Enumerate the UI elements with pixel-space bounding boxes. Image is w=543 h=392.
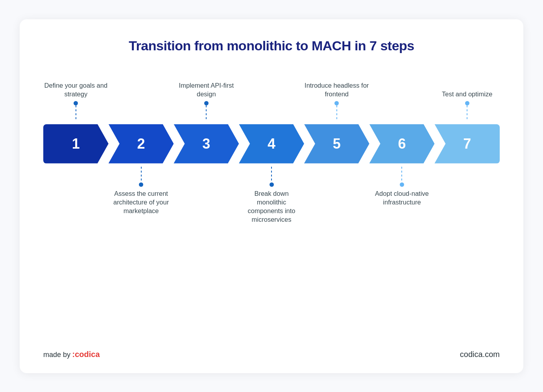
- step-1-connector-up: [74, 101, 78, 121]
- page-title: Transition from monolithic to MACH in 7 …: [129, 38, 414, 53]
- footer: made by :codica codica.com: [43, 346, 500, 359]
- step-5-number: 5: [333, 136, 341, 152]
- top-label-4-empty: [239, 73, 304, 124]
- step-3-number: 3: [202, 136, 210, 152]
- domain-text: codica.com: [460, 350, 500, 359]
- main-card: Transition from monolithic to MACH in 7 …: [20, 19, 523, 373]
- step-4-connector-down: [270, 167, 274, 187]
- step-2-line-bottom: [141, 167, 142, 182]
- arrow-step-7: 7: [434, 124, 500, 164]
- step-6-label: Adopt cloud-native infrastructure: [369, 189, 435, 207]
- step-5-line-top: [336, 105, 337, 121]
- bottom-labels-row: Assess the current architecture of your …: [43, 164, 500, 234]
- step-3-connector-up: [204, 101, 209, 121]
- bottom-label-4: Break down monolithic components into mi…: [239, 164, 304, 234]
- step-2-label: Assess the current architecture of your …: [109, 189, 174, 215]
- step-2-dot-bottom: [139, 182, 143, 187]
- step-6-line-bottom: [401, 167, 402, 182]
- step-7-label: Test and optimize: [442, 90, 492, 98]
- step-7-number: 7: [463, 136, 471, 152]
- step-6-number: 6: [398, 136, 406, 152]
- arrow-step-3: 3: [174, 124, 239, 164]
- top-label-3: Implement API-first design: [174, 73, 239, 124]
- bottom-label-5-empty: [304, 164, 369, 234]
- step-7-connector-up: [465, 101, 469, 121]
- step-7-dot-top: [465, 101, 469, 105]
- top-labels-row: Define your goals and strategy Implement…: [43, 73, 500, 124]
- step-2-number: 2: [137, 136, 145, 152]
- step-6-connector-down: [400, 167, 404, 187]
- arrow-bar: 1 2 3 4 5 6 7: [43, 124, 500, 164]
- arrow-step-6: 6: [369, 124, 435, 164]
- made-by-section: made by :codica: [43, 350, 100, 359]
- step-2-connector-down: [139, 167, 143, 187]
- step-3-line-top: [206, 105, 207, 121]
- step-1-line-top: [76, 105, 76, 121]
- step-1-label: Define your goals and strategy: [43, 81, 109, 99]
- step-7-line-top: [467, 105, 467, 121]
- arrow-step-5: 5: [304, 124, 369, 164]
- bottom-label-6: Adopt cloud-native infrastructure: [369, 164, 435, 234]
- step-1-number: 1: [72, 136, 80, 152]
- step-1-dot-top: [74, 101, 78, 105]
- made-by-text: made by: [43, 351, 70, 359]
- bottom-label-1-empty: [43, 164, 109, 234]
- step-5-connector-up: [334, 101, 339, 121]
- step-4-dot-bottom: [270, 182, 274, 187]
- top-label-6-empty: [369, 73, 435, 124]
- arrow-step-2: 2: [109, 124, 174, 164]
- top-label-7: Test and optimize: [434, 73, 500, 124]
- step-5-dot-top: [334, 101, 339, 105]
- step-5-label: Introduce headless for frontend: [304, 81, 369, 99]
- arrow-step-1: 1: [43, 124, 109, 164]
- step-4-line-bottom: [271, 167, 272, 182]
- step-3-dot-top: [204, 101, 209, 105]
- domain-section: codica.com: [460, 350, 500, 359]
- bottom-label-3-empty: [174, 164, 239, 234]
- top-label-5: Introduce headless for frontend: [304, 73, 369, 124]
- step-4-number: 4: [268, 136, 275, 152]
- bottom-label-7-empty: [434, 164, 500, 234]
- arrow-step-4: 4: [239, 124, 304, 164]
- top-label-2-empty: [109, 73, 174, 124]
- step-6-dot-bottom: [400, 182, 404, 187]
- step-3-label: Implement API-first design: [174, 81, 239, 99]
- bottom-label-2: Assess the current architecture of your …: [109, 164, 174, 234]
- step-4-label: Break down monolithic components into mi…: [239, 189, 304, 224]
- diagram-area: Define your goals and strategy Implement…: [43, 73, 500, 346]
- brand-name: :codica: [72, 350, 100, 359]
- top-label-1: Define your goals and strategy: [43, 73, 109, 124]
